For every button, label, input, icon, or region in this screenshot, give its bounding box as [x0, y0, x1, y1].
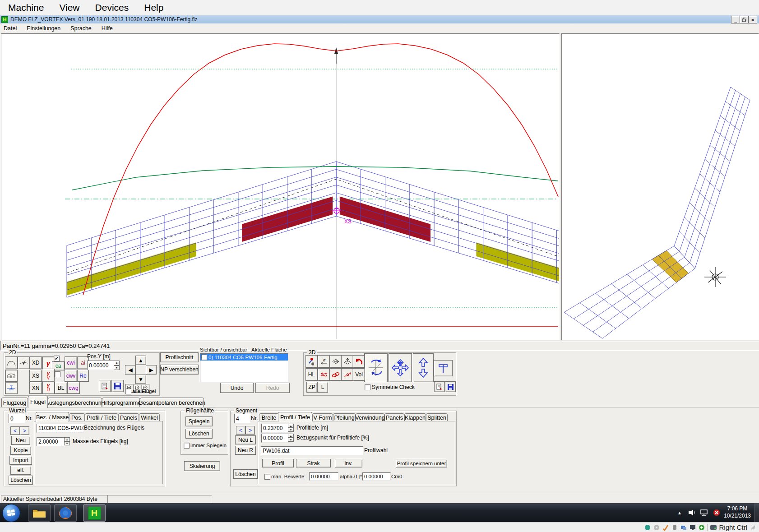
app-titlebar[interactable]: H DEMO FLZ_VORTEX Vers. 01.190 18.01.201…: [0, 15, 759, 23]
taskbar-flz-button[interactable]: H: [83, 504, 106, 522]
pan-left-button[interactable]: ◀: [125, 365, 136, 375]
alpha-flow-button[interactable]: α: [318, 355, 330, 368]
wurzel-tab-bez-masse[interactable]: Bez. / Masse: [36, 412, 69, 422]
minimize-button[interactable]: _: [731, 16, 740, 23]
tab-auslegungsberechnung[interactable]: Auslegungsberechnung: [48, 398, 102, 408]
wing-visible-checkbox[interactable]: [201, 354, 207, 360]
xd-button[interactable]: XD: [29, 356, 42, 369]
view3d-panel[interactable]: [561, 33, 759, 340]
wurzel-loeschen-button[interactable]: Löschen: [9, 476, 33, 485]
planform-plot-canvas[interactable]: XS: [1, 34, 559, 340]
strak-button[interactable]: Strak: [296, 459, 331, 467]
vm-usb-icon[interactable]: [671, 524, 678, 531]
tray-network-icon[interactable]: [699, 508, 709, 517]
save-plot-button[interactable]: [111, 380, 124, 392]
tray-show-hidden-button[interactable]: ▲: [675, 508, 684, 517]
vol-button[interactable]: Vol: [353, 368, 365, 381]
wing-list-item[interactable]: 0) 110304 CO5-PW106-Fertig: [200, 354, 288, 361]
gamma-d-button[interactable]: γ D: [42, 381, 55, 394]
alpha0-input[interactable]: 0.00000: [309, 472, 338, 481]
panel-up-button[interactable]: [341, 355, 353, 368]
profiltiefe-input[interactable]: 0.23700: [261, 424, 290, 433]
segment-loeschen-button[interactable]: Löschen: [233, 469, 258, 479]
alle-fluegel-checkbox[interactable]: [125, 389, 131, 394]
skalierung-button[interactable]: Skalierung: [184, 461, 220, 471]
move-3d-button[interactable]: [389, 353, 412, 382]
spiegeln-button[interactable]: Spiegeln: [185, 416, 213, 426]
planform-view-button[interactable]: [5, 356, 18, 369]
cm0-input[interactable]: 0.00000: [362, 472, 391, 481]
taskbar-firefox-button[interactable]: [54, 504, 77, 522]
panel-arrow-button[interactable]: [341, 368, 353, 381]
close-button[interactable]: ×: [748, 16, 757, 23]
profil-speichern-button[interactable]: Profil speichern unter: [396, 459, 447, 467]
profiltiefe-spinner[interactable]: ▲▼: [288, 424, 294, 432]
wurzel-ell-button[interactable]: ell.: [10, 466, 31, 475]
start-button[interactable]: [2, 504, 20, 522]
posy-spinner[interactable]: ▲▼: [114, 361, 120, 370]
zp-button[interactable]: ZP: [306, 382, 317, 393]
vm-display-icon[interactable]: [689, 524, 696, 531]
neu-l-button[interactable]: Neu L: [235, 435, 256, 444]
vm-cd-icon[interactable]: [653, 524, 660, 531]
reset-view-button[interactable]: [353, 355, 365, 368]
xs-button[interactable]: XS: [29, 370, 42, 382]
vm-hdd-icon[interactable]: [644, 524, 651, 531]
vm-audio-icon[interactable]: [662, 524, 669, 531]
pan-down-button[interactable]: ▼: [135, 375, 146, 384]
link-button[interactable]: [329, 368, 342, 381]
copy-3d-button[interactable]: [434, 381, 445, 392]
tab-fluegel[interactable]: Flügel: [28, 396, 48, 408]
menu-sprache[interactable]: Sprache: [70, 25, 92, 32]
wurzel-prev-button[interactable]: <: [10, 426, 20, 435]
menu-hilfe[interactable]: Hilfe: [102, 25, 113, 32]
tab-flugzeug[interactable]: Flugzeug: [1, 398, 28, 408]
fh-loeschen-button[interactable]: Löschen: [185, 429, 213, 439]
taskbar-clock[interactable]: 7:06 PM 10/21/2013: [722, 505, 753, 520]
np-verschieben-button[interactable]: NP verschieben: [160, 365, 199, 375]
cwv-button[interactable]: cwv: [65, 370, 77, 382]
posy-input[interactable]: 0.00000: [87, 361, 116, 370]
panels-red-button[interactable]: [318, 368, 330, 381]
menu-einstellungen[interactable]: Einstellungen: [27, 25, 60, 32]
copy-plot-button[interactable]: [99, 380, 111, 392]
panel-normals-button[interactable]: [329, 355, 342, 368]
zoom-3d-button[interactable]: [413, 353, 434, 382]
tab-hilfsprogramme[interactable]: Hilfsprogramme: [102, 398, 140, 408]
tab-gesamtpolaren[interactable]: Gesamtpolaren berechnen: [140, 398, 204, 408]
immer-spiegeln-checkbox[interactable]: [184, 443, 190, 449]
vm-menu-devices[interactable]: Devices: [95, 2, 129, 13]
mesh-paint-button[interactable]: [305, 355, 318, 368]
menu-datei[interactable]: Datei: [4, 25, 17, 32]
profil-button[interactable]: Profil: [262, 459, 294, 467]
vm-network-icon[interactable]: [680, 524, 687, 531]
resize-grip-icon[interactable]: [750, 524, 756, 531]
pan-up-button[interactable]: ▲: [135, 356, 146, 365]
cwg-button[interactable]: cwg: [67, 382, 80, 394]
tray-volume-icon[interactable]: [688, 508, 697, 517]
save-3d-button[interactable]: [445, 381, 456, 392]
segment-next-button[interactable]: >: [245, 426, 255, 435]
redo-button[interactable]: Redo: [255, 383, 290, 393]
bezeichnung-input[interactable]: 110304 CO5-PW10: [37, 424, 84, 433]
symmetrie-checkbox[interactable]: [365, 384, 370, 390]
vm-menu-help[interactable]: Help: [144, 2, 163, 13]
l-button[interactable]: L: [317, 382, 328, 393]
wurzel-neu-button[interactable]: Neu: [11, 436, 30, 445]
bl-button[interactable]: BL: [55, 382, 67, 394]
segment-tab-profil-tiefe[interactable]: Profil / Tiefe: [278, 412, 312, 422]
vm-features-icon[interactable]: [698, 524, 705, 531]
ca-checkbox[interactable]: [54, 356, 60, 361]
cwi-button[interactable]: cwi: [65, 356, 77, 369]
undo-button[interactable]: Undo: [220, 383, 254, 393]
tray-action-center-icon[interactable]: [712, 508, 721, 517]
section-view-button[interactable]: [18, 356, 30, 369]
restore-button[interactable]: [740, 16, 749, 23]
man-beiwerte-checkbox[interactable]: [264, 474, 270, 480]
xn-button[interactable]: XN: [29, 382, 42, 394]
rotate-3d-button[interactable]: [364, 353, 388, 382]
neu-r-button[interactable]: Neu R: [235, 446, 256, 455]
show-desktop-button[interactable]: [754, 503, 759, 522]
airplane-button[interactable]: [5, 382, 18, 394]
segment-nr-input[interactable]: 4: [234, 414, 251, 423]
